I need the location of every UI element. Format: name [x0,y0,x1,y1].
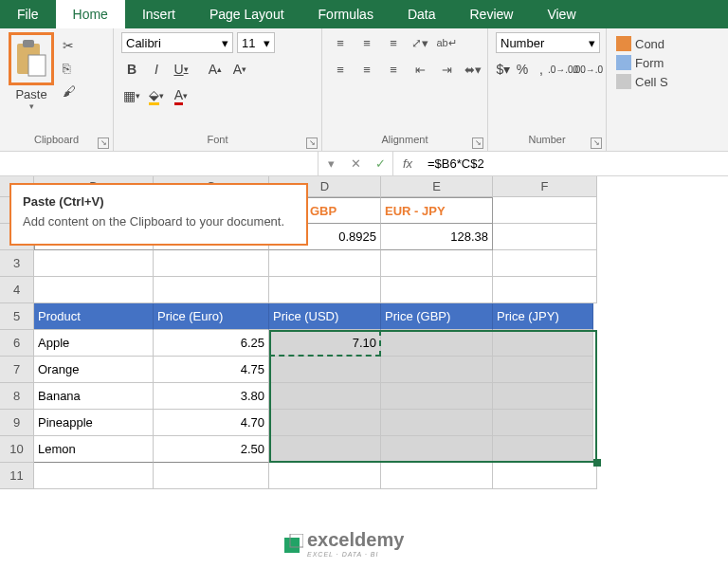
cell[interactable]: Price (JPY) [493,303,593,330]
align-bottom-button[interactable]: ≡ [383,32,404,53]
orientation-button[interactable]: ⤢▾ [410,32,430,53]
cell[interactable] [269,357,381,383]
cell[interactable] [381,250,493,277]
cell[interactable]: 3.80 [154,383,269,410]
col-header[interactable]: F [493,176,597,197]
comma-button[interactable]: , [534,59,549,80]
fill-handle[interactable] [593,459,601,467]
tab-review[interactable]: Review [453,0,531,28]
cell[interactable]: Price (Euro) [154,303,269,330]
cell[interactable] [34,250,154,277]
row-header[interactable]: 8 [0,383,34,410]
cell[interactable]: 2.50 [154,436,269,463]
align-center-button[interactable]: ≡ [356,59,377,80]
dialog-launcher-icon[interactable]: ↘ [306,137,318,149]
name-box[interactable] [0,152,318,175]
cell[interactable] [154,277,269,303]
cut-icon[interactable]: ✂ [63,38,76,53]
font-color-button[interactable]: A▾ [171,85,191,106]
cell[interactable]: Apple [34,330,154,357]
cell[interactable] [493,383,593,410]
cell[interactable] [493,410,593,436]
number-format-combo[interactable]: Number▾ [496,32,600,53]
cell[interactable] [34,277,154,303]
cell[interactable] [154,463,269,489]
cell[interactable] [493,197,597,224]
cell[interactable] [381,410,493,436]
cell[interactable] [493,463,597,489]
tab-formulas[interactable]: Formulas [301,0,391,28]
dialog-launcher-icon[interactable]: ↘ [472,137,483,149]
cell[interactable] [269,436,381,463]
cancel-icon[interactable]: ✕ [343,156,368,171]
cell[interactable]: Orange [34,357,154,383]
decrease-decimal-button[interactable]: .00→.0 [577,59,598,80]
cell[interactable]: Price (GBP) [381,303,493,330]
tab-home[interactable]: Home [56,0,125,28]
chevron-down-icon[interactable]: ▾ [29,101,34,111]
row-header[interactable]: 3 [0,250,34,277]
row-header[interactable]: 10 [0,436,34,463]
dialog-launcher-icon[interactable]: ↘ [591,137,602,149]
grow-font-button[interactable]: A▴ [205,59,226,80]
namebox-dropdown-icon[interactable]: ▾ [318,156,343,171]
cell[interactable]: Product [34,303,154,330]
cell[interactable] [381,463,493,489]
cell[interactable]: EUR - JPY [381,197,493,224]
align-left-button[interactable]: ≡ [330,59,351,80]
cell[interactable]: 128.38 [381,224,493,250]
font-name-combo[interactable]: Calibri▾ [121,32,233,53]
align-right-button[interactable]: ≡ [383,59,404,80]
cell[interactable] [269,383,381,410]
tab-view[interactable]: View [530,0,592,28]
decrease-indent-button[interactable]: ⇤ [410,59,430,80]
align-top-button[interactable]: ≡ [330,32,351,53]
row-header[interactable]: 7 [0,357,34,383]
tab-data[interactable]: Data [391,0,453,28]
format-painter-icon[interactable]: 🖌 [63,83,76,99]
cell[interactable] [381,383,493,410]
shrink-font-button[interactable]: A▾ [229,59,250,80]
row-header[interactable]: 5 [0,303,34,330]
conditional-formatting-button[interactable]: Cond [616,36,719,51]
tab-file[interactable]: File [0,0,56,28]
cell[interactable] [269,410,381,436]
underline-button[interactable]: U▾ [171,59,191,80]
cell[interactable]: 4.75 [154,357,269,383]
tab-insert[interactable]: Insert [125,0,192,28]
wrap-text-button[interactable]: ab↵ [436,32,457,53]
bold-button[interactable]: B [121,59,142,80]
fill-color-button[interactable]: ⬙▾ [146,85,167,106]
cell-styles-button[interactable]: Cell S [616,74,719,89]
cell[interactable]: 6.25 [154,330,269,357]
merge-button[interactable]: ⬌▾ [463,59,483,80]
cell-active[interactable]: 7.10 [269,330,381,357]
cell[interactable] [269,463,381,489]
paste-button[interactable] [9,32,54,85]
increase-decimal-button[interactable]: .0→.00 [553,59,573,80]
copy-icon[interactable]: ⎘ [63,61,76,76]
cell[interactable] [269,277,381,303]
cell[interactable] [381,436,493,463]
cell[interactable] [381,277,493,303]
row-header[interactable]: 9 [0,410,34,436]
dialog-launcher-icon[interactable]: ↘ [98,137,109,149]
cell[interactable] [493,357,593,383]
enter-icon[interactable]: ✓ [368,156,392,171]
cell[interactable]: 4.70 [154,410,269,436]
cell[interactable] [493,250,597,277]
increase-indent-button[interactable]: ⇥ [436,59,457,80]
cell[interactable]: Lemon [34,436,154,463]
fx-icon[interactable]: fx [393,152,422,175]
borders-button[interactable]: ▦▾ [121,85,142,106]
align-middle-button[interactable]: ≡ [356,32,377,53]
cell[interactable]: Banana [34,383,154,410]
col-header[interactable]: E [381,176,493,197]
cell[interactable] [493,436,593,463]
format-table-button[interactable]: Form [616,55,719,70]
formula-input[interactable]: =$B6*C$2 [422,152,728,175]
cell[interactable] [381,330,493,357]
italic-button[interactable]: I [146,59,167,80]
percent-button[interactable]: % [515,59,530,80]
font-size-combo[interactable]: 11▾ [237,32,275,53]
